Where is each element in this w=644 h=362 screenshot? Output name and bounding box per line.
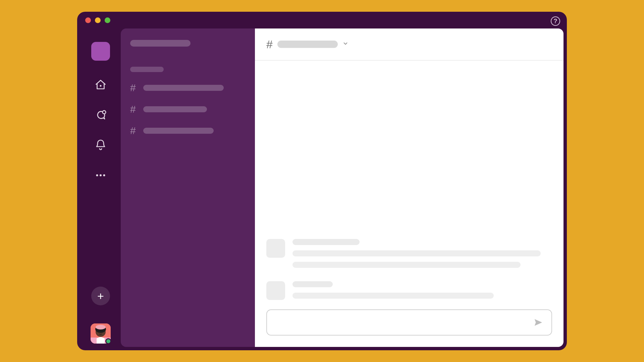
help-icon: ? (554, 18, 557, 25)
channel-header[interactable]: # (255, 28, 564, 61)
home-icon[interactable] (95, 79, 107, 91)
svg-point-11 (102, 331, 103, 332)
hash-icon: # (130, 104, 136, 115)
svg-point-4 (103, 174, 105, 176)
svg-point-10 (98, 331, 99, 332)
message-avatar (266, 281, 285, 300)
svg-point-9 (96, 325, 106, 329)
message-author (292, 281, 333, 287)
help-button[interactable]: ? (551, 16, 560, 26)
activity-icon[interactable] (95, 139, 107, 151)
message-list (255, 61, 564, 300)
send-icon (533, 317, 543, 327)
composer-area (255, 300, 564, 347)
window-close-button[interactable] (85, 17, 91, 23)
window-minimize-button[interactable] (95, 17, 101, 23)
plus-icon: + (97, 290, 104, 303)
app-body: + (77, 28, 567, 350)
message-text-line (292, 293, 494, 299)
hash-icon: # (130, 82, 136, 94)
chevron-down-icon (342, 41, 348, 48)
message-avatar (266, 239, 285, 258)
message-text-line (292, 262, 521, 268)
hash-icon: # (130, 125, 136, 136)
workspace-tile[interactable] (91, 42, 110, 61)
sidebar-channel-item[interactable]: # (130, 104, 246, 115)
channel-name (277, 41, 338, 48)
create-new-button[interactable]: + (91, 287, 110, 305)
svg-point-3 (100, 174, 102, 176)
user-avatar[interactable] (91, 323, 111, 344)
svg-point-2 (96, 174, 98, 176)
sidebar-section-label[interactable] (130, 67, 164, 72)
message (266, 239, 552, 268)
hash-icon: # (266, 38, 273, 51)
send-button[interactable] (533, 317, 543, 327)
nav-rail: + (80, 28, 121, 347)
app-window: ? (77, 12, 567, 350)
message-input[interactable] (275, 319, 529, 326)
presence-indicator-online (105, 338, 111, 344)
workspace-name[interactable] (130, 40, 191, 47)
svg-point-1 (103, 111, 106, 114)
channel-label (143, 85, 224, 91)
dms-icon[interactable] (95, 109, 107, 121)
message-author (292, 239, 360, 245)
message-text-line (292, 250, 541, 256)
message-composer[interactable] (266, 309, 552, 336)
more-icon[interactable] (95, 169, 107, 181)
channel-sidebar: ### (121, 28, 255, 347)
svg-point-0 (100, 85, 101, 86)
channel-label (143, 128, 214, 134)
channel-label (143, 106, 207, 112)
window-controls (85, 17, 110, 23)
sidebar-channel-item[interactable]: # (130, 82, 246, 94)
main-panel: # (255, 28, 564, 347)
titlebar: ? (77, 12, 567, 28)
message (266, 281, 552, 300)
window-maximize-button[interactable] (105, 17, 110, 23)
sidebar-channel-item[interactable]: # (130, 125, 246, 136)
